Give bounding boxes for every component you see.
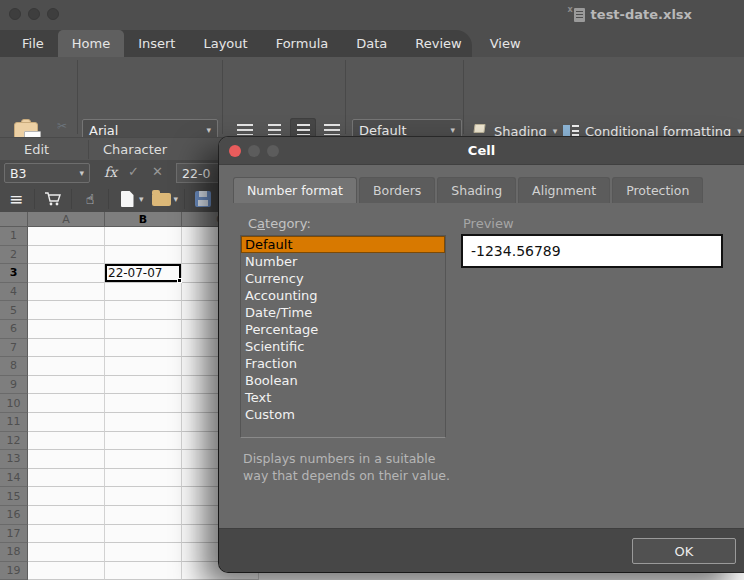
cell-b2[interactable] bbox=[105, 246, 182, 265]
category-item-currency[interactable]: Currency bbox=[241, 270, 445, 287]
cell-b13[interactable] bbox=[105, 450, 182, 469]
cell-b15[interactable] bbox=[105, 487, 182, 506]
row-header-12[interactable]: 12 bbox=[0, 432, 28, 451]
menu-tab-layout[interactable]: Layout bbox=[189, 30, 261, 57]
cell-a19[interactable] bbox=[28, 562, 105, 580]
sheet-menu-button[interactable]: ≡ bbox=[4, 188, 28, 210]
cell-reference-box[interactable]: B3 ▾ bbox=[4, 163, 90, 183]
save-button[interactable] bbox=[191, 188, 215, 210]
row-header-11[interactable]: 11 bbox=[0, 413, 28, 432]
row-header-6[interactable]: 6 bbox=[0, 320, 28, 339]
category-item-fraction[interactable]: Fraction bbox=[241, 355, 445, 372]
cell-b8[interactable] bbox=[105, 357, 182, 376]
column-header-a[interactable]: A bbox=[28, 212, 105, 227]
menu-tab-file[interactable]: File bbox=[8, 30, 58, 57]
cell-b7[interactable] bbox=[105, 339, 182, 358]
cell-a15[interactable] bbox=[28, 487, 105, 506]
minimize-window-icon[interactable] bbox=[28, 8, 40, 20]
cell-a13[interactable] bbox=[28, 450, 105, 469]
menu-tab-insert[interactable]: Insert bbox=[124, 30, 189, 57]
cell-b16[interactable] bbox=[105, 506, 182, 525]
row-header-13[interactable]: 13 bbox=[0, 450, 28, 469]
new-document-button[interactable] bbox=[115, 188, 139, 210]
category-item-custom[interactable]: Custom bbox=[241, 406, 445, 423]
menu-tab-home[interactable]: Home bbox=[58, 30, 124, 57]
row-header-15[interactable]: 15 bbox=[0, 487, 28, 506]
shop-button[interactable] bbox=[41, 188, 65, 210]
new-document-dropdown[interactable]: ▾ bbox=[139, 194, 144, 204]
fill-handle[interactable] bbox=[177, 278, 182, 283]
cell-a14[interactable] bbox=[28, 469, 105, 488]
category-item-number[interactable]: Number bbox=[241, 253, 445, 270]
row-header-2[interactable]: 2 bbox=[0, 246, 28, 265]
cell-a8[interactable] bbox=[28, 357, 105, 376]
cell-b17[interactable] bbox=[105, 525, 182, 544]
cell-a5[interactable] bbox=[28, 301, 105, 320]
cell-a12[interactable] bbox=[28, 432, 105, 451]
cell-b18[interactable] bbox=[105, 543, 182, 562]
category-item-date-time[interactable]: Date/Time bbox=[241, 304, 445, 321]
row-header-10[interactable]: 10 bbox=[0, 394, 28, 413]
cell-a16[interactable] bbox=[28, 506, 105, 525]
category-item-percentage[interactable]: Percentage bbox=[241, 321, 445, 338]
menu-tab-formula[interactable]: Formula bbox=[262, 30, 343, 57]
cut-icon[interactable]: ✂ bbox=[57, 119, 67, 133]
cell-b12[interactable] bbox=[105, 432, 182, 451]
cell-b19[interactable] bbox=[105, 562, 182, 580]
cell-a4[interactable] bbox=[28, 283, 105, 302]
insert-function-button[interactable]: fx bbox=[104, 164, 117, 180]
cancel-entry-icon[interactable]: ✕ bbox=[152, 164, 163, 179]
row-header-18[interactable]: 18 bbox=[0, 543, 28, 562]
menu-tab-data[interactable]: Data bbox=[342, 30, 401, 57]
cell-a2[interactable] bbox=[28, 246, 105, 265]
category-item-text[interactable]: Text bbox=[241, 389, 445, 406]
row-header-17[interactable]: 17 bbox=[0, 525, 28, 544]
cell-a18[interactable] bbox=[28, 543, 105, 562]
row-header-7[interactable]: 7 bbox=[0, 339, 28, 358]
cell-a6[interactable] bbox=[28, 320, 105, 339]
cell-a11[interactable] bbox=[28, 413, 105, 432]
cell-a9[interactable] bbox=[28, 376, 105, 395]
maximize-window-icon[interactable] bbox=[47, 8, 59, 20]
pointer-mode-button[interactable]: ☝ bbox=[78, 188, 102, 210]
select-all-corner[interactable] bbox=[0, 212, 28, 227]
open-file-dropdown[interactable]: ▾ bbox=[174, 194, 179, 204]
dialog-tab-shading[interactable]: Shading bbox=[437, 177, 516, 203]
category-item-scientific[interactable]: Scientific bbox=[241, 338, 445, 355]
row-header-4[interactable]: 4 bbox=[0, 283, 28, 302]
cell-b5[interactable] bbox=[105, 301, 182, 320]
row-header-1[interactable]: 1 bbox=[0, 227, 28, 246]
cell-b4[interactable] bbox=[105, 283, 182, 302]
cell-a1[interactable] bbox=[28, 227, 105, 246]
row-header-16[interactable]: 16 bbox=[0, 506, 28, 525]
row-header-5[interactable]: 5 bbox=[0, 301, 28, 320]
dialog-tab-number-format[interactable]: Number format bbox=[233, 177, 357, 203]
row-header-8[interactable]: 8 bbox=[0, 357, 28, 376]
dialog-tab-borders[interactable]: Borders bbox=[359, 177, 435, 203]
cell-a10[interactable] bbox=[28, 394, 105, 413]
cell-b3[interactable]: 22-07-07 bbox=[105, 264, 182, 283]
row-header-19[interactable]: 19 bbox=[0, 562, 28, 580]
cell-a7[interactable] bbox=[28, 339, 105, 358]
close-window-icon[interactable] bbox=[9, 8, 21, 20]
cell-b11[interactable] bbox=[105, 413, 182, 432]
cell-b10[interactable] bbox=[105, 394, 182, 413]
menu-tab-view[interactable]: View bbox=[476, 30, 535, 57]
dialog-tab-protection[interactable]: Protection bbox=[612, 177, 703, 203]
category-item-accounting[interactable]: Accounting bbox=[241, 287, 445, 304]
row-header-3[interactable]: 3 bbox=[0, 264, 28, 283]
open-file-button[interactable] bbox=[150, 188, 174, 210]
confirm-entry-icon[interactable]: ✓ bbox=[128, 164, 139, 179]
dialog-tab-alignment[interactable]: Alignment bbox=[518, 177, 610, 203]
menu-tab-review[interactable]: Review bbox=[401, 30, 475, 57]
cell-a17[interactable] bbox=[28, 525, 105, 544]
cell-b6[interactable] bbox=[105, 320, 182, 339]
cell-b9[interactable] bbox=[105, 376, 182, 395]
cell-b1[interactable] bbox=[105, 227, 182, 246]
category-item-default[interactable]: Default bbox=[241, 236, 445, 253]
cell-a3[interactable] bbox=[28, 264, 105, 283]
ok-button[interactable]: OK bbox=[632, 538, 736, 564]
cell-b14[interactable] bbox=[105, 469, 182, 488]
column-header-b[interactable]: B bbox=[105, 212, 182, 227]
row-header-9[interactable]: 9 bbox=[0, 376, 28, 395]
